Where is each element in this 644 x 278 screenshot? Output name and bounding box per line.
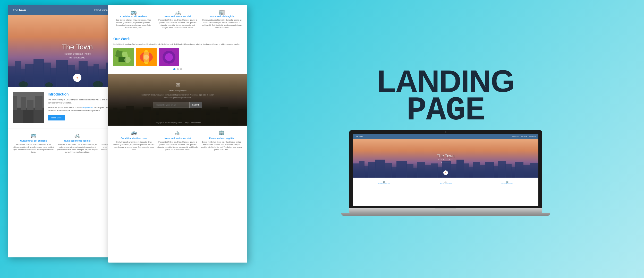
svg-rect-97 xyxy=(530,163,538,178)
gallery-dots xyxy=(113,68,242,70)
read-more-button[interactable]: Read More xyxy=(48,115,65,120)
feature-2-title: Nunc sed metus vel nisi xyxy=(57,140,98,142)
hero-title-left: The Town xyxy=(62,43,93,51)
laptop-camera xyxy=(445,131,446,133)
mini-hero-btn xyxy=(443,170,448,175)
feature-b3: 🏢 Fusce sed nisi sagittis Donec vestibul… xyxy=(201,130,242,151)
svg-point-39 xyxy=(144,55,149,60)
svg-rect-87 xyxy=(469,167,473,178)
features-top-right: 🚌 Curabitur at elit eu risus Sed ultrice… xyxy=(108,5,247,33)
feature-2: 🚲 Nunc sed metus vel nisi Praesent at fi… xyxy=(57,132,98,153)
nav-intro-left[interactable]: Introduction xyxy=(94,9,108,12)
svg-rect-72 xyxy=(368,162,376,178)
work-thumb-2[interactable] xyxy=(136,48,157,66)
svg-rect-82 xyxy=(437,167,443,178)
mini-f2: 🚲 Nunc sed metus vel nisi xyxy=(416,181,476,184)
feature-r1-text: Sed ultrices sit amet mi eu malesuada. C… xyxy=(113,19,154,29)
work-gallery xyxy=(113,48,242,66)
svg-rect-58 xyxy=(189,112,194,126)
mini-nav-links: Introduction Our Work Contact Us xyxy=(512,136,536,137)
mini-hero: The Town Parallax Bootstrap Theme by Tem… xyxy=(353,139,538,178)
our-work-text: Sed ut blandit volutpat. Sed ac sodales … xyxy=(113,43,242,46)
feature-1: 🚌 Curabitur at elit eu risus Sed ultrice… xyxy=(13,132,54,153)
building-icon-b: 🏢 xyxy=(201,130,242,135)
email-subscribe-input[interactable] xyxy=(154,102,190,108)
svg-rect-63 xyxy=(215,113,221,126)
svg-rect-69 xyxy=(353,163,359,178)
hero-scroll-btn-left[interactable] xyxy=(73,74,81,82)
svg-rect-66 xyxy=(232,114,238,126)
dark-lorem: Sed simply tincidunt dui, non tempus sem… xyxy=(139,94,216,99)
dot-3[interactable] xyxy=(180,68,182,70)
mini-f2-title: Nunc sed metus vel nisi xyxy=(416,183,476,184)
svg-rect-61 xyxy=(206,115,210,126)
mini-f3-title: Fusce sed nisi sagittis xyxy=(477,183,537,184)
laptop-mockup: The Town Introduction Our Work Contact U… xyxy=(349,130,542,213)
svg-rect-79 xyxy=(417,162,425,178)
intro-image-left xyxy=(13,92,44,123)
svg-rect-4 xyxy=(33,59,44,87)
svg-point-35 xyxy=(124,57,131,63)
bike-icon-b: 🚲 xyxy=(157,130,198,135)
bus-icon: 🚌 xyxy=(13,132,54,138)
email-address-display: hello@company.co xyxy=(113,89,242,92)
mini-nav-work: Our Work xyxy=(521,136,527,137)
svg-rect-77 xyxy=(406,164,413,178)
svg-rect-94 xyxy=(511,167,516,178)
feature-1-text: Sed ultrices sit amet mi eu malesuada. C… xyxy=(13,143,54,153)
feature-b3-text: Donec vestibulum libero nisl. Curabitur … xyxy=(201,141,242,151)
feature-1-title: Curabitur at elit eu risus xyxy=(13,140,54,142)
laptop-screen-outer: The Town Introduction Our Work Contact U… xyxy=(349,130,542,208)
svg-rect-42 xyxy=(165,53,173,61)
svg-rect-91 xyxy=(493,166,498,178)
svg-rect-80 xyxy=(425,165,431,178)
feature-r1: 🚌 Curabitur at elit eu risus Sed ultrice… xyxy=(113,9,154,29)
laptop-base-notch xyxy=(435,208,456,210)
mini-f1-title: Curabitur at elit eu risus xyxy=(354,183,414,184)
feature-b1-title: Curabitur at elit eu risus xyxy=(113,137,155,140)
svg-rect-84 xyxy=(451,164,457,178)
mini-bus-icon: 🚌 xyxy=(354,181,414,183)
laptop-base xyxy=(349,208,542,213)
bus-icon-b: 🚌 xyxy=(113,130,155,135)
intro-link[interactable]: templatemo xyxy=(82,106,93,109)
svg-rect-78 xyxy=(413,168,418,178)
mini-f3: 🏢 Fusce sed nisi sagittis xyxy=(477,181,537,184)
svg-rect-27 xyxy=(27,100,33,110)
dot-1[interactable] xyxy=(173,68,175,70)
mini-features: 🚌 Curabitur at elit eu risus 🚲 Nunc sed … xyxy=(353,179,538,186)
feature-r3: 🏢 Fusce sed nisi sagittis Donec vestibul… xyxy=(202,9,242,29)
left-section: The Town Introduction Our Work Contact U… xyxy=(0,0,247,278)
svg-rect-33 xyxy=(122,51,128,57)
hero-subtitle2-left: by TemplateMo xyxy=(70,56,85,59)
svg-rect-49 xyxy=(139,113,143,126)
feature-2-text: Praesent at finibus leo. Duis at tempus … xyxy=(57,143,98,153)
feature-r3-text: Donec vestibulum libero nisl. Curabitur … xyxy=(202,19,242,29)
work-thumb-1[interactable] xyxy=(113,48,134,66)
mini-bike-icon: 🚲 xyxy=(416,181,476,183)
svg-rect-92 xyxy=(498,161,506,178)
feature-b1-text: Sed ultrices sit amet mi eu malesuada. C… xyxy=(113,141,155,151)
subscribe-submit-button[interactable]: Submit xyxy=(190,102,202,108)
svg-rect-85 xyxy=(456,160,464,178)
work-thumb-3[interactable] xyxy=(159,48,179,66)
bus-icon-right: 🚌 xyxy=(113,9,154,15)
svg-rect-76 xyxy=(396,161,407,178)
dot-2[interactable] xyxy=(177,68,179,70)
right-section: LANDING PAGE The Town Introduction Our W… xyxy=(247,0,644,278)
feature-b3-title: Fusce sed nisi sagittis xyxy=(201,137,242,140)
svg-rect-73 xyxy=(375,160,385,178)
svg-rect-28 xyxy=(35,96,43,110)
svg-rect-81 xyxy=(431,163,438,178)
building-icon-right: 🏢 xyxy=(202,9,242,15)
svg-rect-74 xyxy=(385,163,392,178)
features-section-bottom: 🚌 Curabitur at elit eu risus Sed ultrice… xyxy=(108,126,247,155)
svg-rect-26 xyxy=(21,97,26,110)
mini-f1: 🚌 Curabitur at elit eu risus xyxy=(354,181,414,184)
svg-rect-52 xyxy=(156,115,160,126)
mini-brand: The Town xyxy=(355,136,363,137)
bike-icon-right: 🚲 xyxy=(158,9,198,15)
our-work-section: Our Work Sed ut blandit volutpat. Sed ac… xyxy=(108,33,247,74)
feature-r2-text: Praesent at finibus leo. Duis at tempus … xyxy=(158,19,198,29)
svg-rect-68 xyxy=(243,112,247,126)
